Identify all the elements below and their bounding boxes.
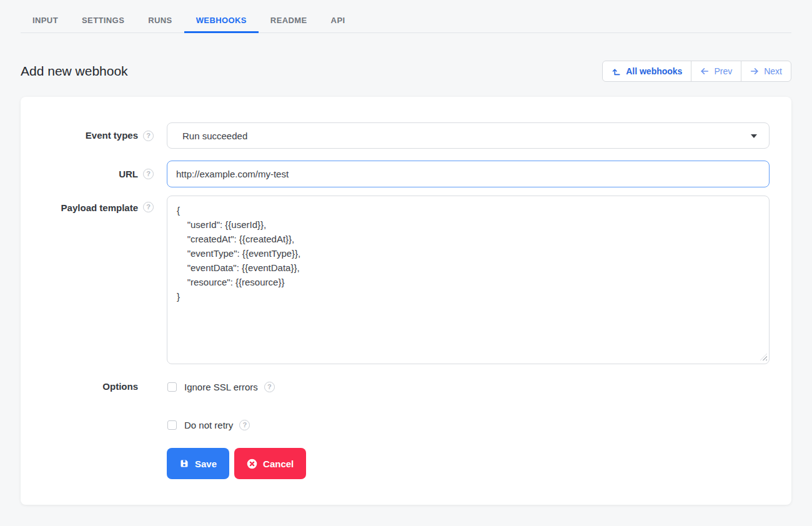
tab-settings[interactable]: SETTINGS xyxy=(70,0,136,32)
arrow-up-from-list-icon xyxy=(611,67,621,76)
tab-webhooks[interactable]: WEBHOOKS xyxy=(184,0,259,32)
tab-api[interactable]: API xyxy=(319,0,357,32)
payload-template-textarea[interactable]: { "userId": {{userId}}, "createdAt": {{c… xyxy=(167,196,770,364)
help-icon[interactable]: ? xyxy=(143,131,154,141)
tab-runs[interactable]: RUNS xyxy=(136,0,184,32)
page-header: Add new webhook All webhooks Prev xyxy=(21,33,791,97)
do-not-retry-label: Do not retry xyxy=(184,420,233,430)
page-title: Add new webhook xyxy=(21,64,128,79)
prev-label: Prev xyxy=(714,66,732,76)
help-icon[interactable]: ? xyxy=(239,420,250,430)
options-label: Options xyxy=(102,380,138,393)
tab-label: INPUT xyxy=(32,16,58,25)
event-types-label-cell: Event types ? xyxy=(21,122,154,149)
webhook-nav-button-group: All webhooks Prev Next xyxy=(602,61,791,82)
event-types-row: Event types ? Run succeeded xyxy=(21,122,791,149)
url-input[interactable] xyxy=(167,161,770,187)
floppy-disk-icon xyxy=(179,459,189,469)
next-button[interactable]: Next xyxy=(741,61,791,82)
help-icon[interactable]: ? xyxy=(264,382,275,392)
url-label-cell: URL ? xyxy=(21,161,154,187)
options-label-cell: Options xyxy=(21,380,154,431)
ignore-ssl-errors-checkbox[interactable] xyxy=(167,382,177,392)
cancel-label: Cancel xyxy=(263,459,294,469)
arrow-right-icon xyxy=(750,67,759,76)
ignore-ssl-errors-option: Ignore SSL errors ? xyxy=(167,380,770,393)
tab-label: RUNS xyxy=(148,16,172,25)
save-label: Save xyxy=(195,459,217,469)
do-not-retry-option: Do not retry ? xyxy=(167,419,770,431)
tab-label: WEBHOOKS xyxy=(196,16,247,25)
all-webhooks-label: All webhooks xyxy=(626,66,682,76)
tab-label: API xyxy=(331,16,345,25)
payload-template-label-cell: Payload template ? xyxy=(21,196,154,364)
tab-input[interactable]: INPUT xyxy=(21,0,70,32)
payload-template-row: Payload template ? { "userId": {{userId}… xyxy=(21,196,791,364)
save-button[interactable]: Save xyxy=(167,448,229,479)
tab-label: README xyxy=(270,16,307,25)
next-label: Next xyxy=(764,66,782,76)
arrow-left-icon xyxy=(700,67,709,76)
url-row: URL ? xyxy=(21,161,791,187)
tab-label: SETTINGS xyxy=(82,16,124,25)
webhook-form-card: Event types ? Run succeeded URL ? Payloa… xyxy=(21,97,791,505)
event-types-selected-value: Run succeeded xyxy=(182,131,247,141)
form-actions: Save Cancel xyxy=(167,448,791,479)
chevron-down-icon xyxy=(751,134,757,138)
ignore-ssl-errors-label: Ignore SSL errors xyxy=(184,382,258,392)
event-types-select[interactable]: Run succeeded xyxy=(167,122,770,149)
url-label: URL xyxy=(119,168,138,181)
cancel-button[interactable]: Cancel xyxy=(234,448,306,479)
do-not-retry-checkbox[interactable] xyxy=(167,420,177,430)
tab-readme[interactable]: README xyxy=(259,0,319,32)
tab-bar: INPUT SETTINGS RUNS WEBHOOKS README API xyxy=(21,0,791,33)
prev-button[interactable]: Prev xyxy=(691,61,741,82)
help-icon[interactable]: ? xyxy=(143,169,154,179)
x-circle-icon xyxy=(247,459,257,469)
payload-template-label: Payload template xyxy=(61,202,138,214)
help-icon[interactable]: ? xyxy=(143,202,154,212)
options-row: Options Ignore SSL errors ? Do not retry… xyxy=(21,380,791,431)
all-webhooks-button[interactable]: All webhooks xyxy=(602,61,691,82)
event-types-label: Event types xyxy=(86,129,138,142)
